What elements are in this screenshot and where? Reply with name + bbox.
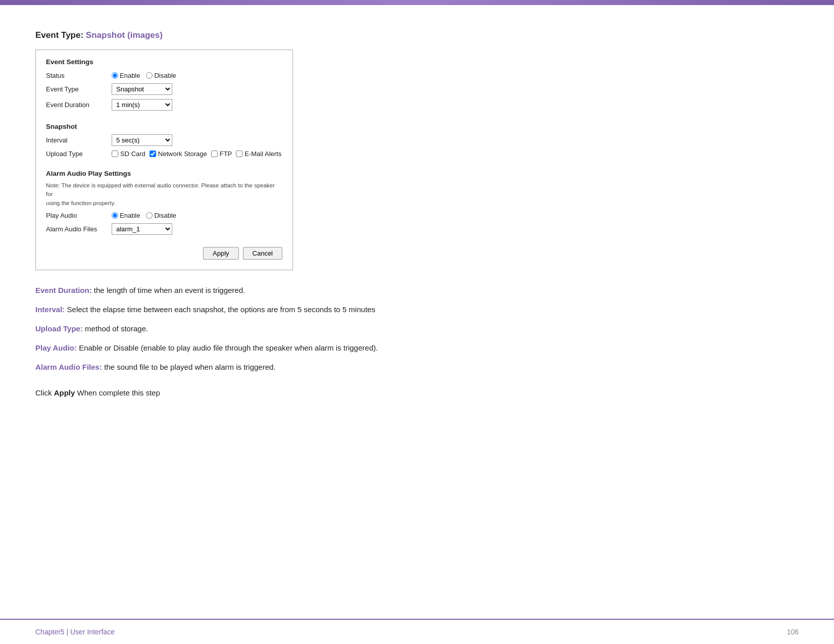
play-audio-label: Play Audio <box>46 212 112 219</box>
sd-card-label[interactable]: SD Card <box>112 150 145 158</box>
snapshot-section-title: Snapshot <box>46 123 282 130</box>
descriptions: Event Duration: the length of time when … <box>35 284 799 296</box>
click-apply-text: Click Apply When complete this step <box>35 388 799 397</box>
page-content: Event Type: Snapshot (images) Event Sett… <box>0 5 834 427</box>
desc-event-duration-text: the length of time when an event is trig… <box>94 286 245 294</box>
desc-upload-type-label: Upload Type: <box>35 324 83 333</box>
alarm-audio-files-label: Alarm Audio Files <box>46 225 112 233</box>
click-apply-bold: Apply <box>54 388 75 397</box>
event-type-heading: Event Type: Snapshot (images) <box>35 30 799 40</box>
desc-interval-text: Select the elapse time between each snap… <box>67 305 375 314</box>
page-footer: Chapter5 | User Interface 106 <box>0 619 834 644</box>
play-audio-enable-radio[interactable] <box>112 212 118 219</box>
upload-type-options: SD Card Network Storage FTP E-Mail Alert… <box>112 150 281 158</box>
play-audio-disable-radio[interactable] <box>146 212 153 219</box>
event-duration-value: 1 min(s) 2 min(s) 5 min(s) <box>112 99 172 111</box>
status-row: Status Enable Disable <box>46 72 282 79</box>
play-audio-row: Play Audio Enable Disable <box>46 212 282 219</box>
event-duration-row: Event Duration 1 min(s) 2 min(s) 5 min(s… <box>46 99 282 111</box>
upload-type-label: Upload Type <box>46 150 112 158</box>
footer-left: Chapter5 | User Interface <box>35 628 115 636</box>
click-apply-suffix: When complete this step <box>75 388 160 397</box>
footer-right: 106 <box>787 628 799 636</box>
interval-row: Interval 5 sec(s) 10 sec(s) 30 sec(s) 1 … <box>46 134 282 146</box>
desc-upload-type: Upload Type: method of storage. <box>35 323 799 335</box>
alarm-note: Note: The device is equipped with extern… <box>46 181 282 208</box>
event-type-row: Event Type Snapshot Video <box>46 83 282 95</box>
network-storage-checkbox[interactable] <box>150 151 156 157</box>
status-enable-radio[interactable] <box>112 72 118 79</box>
status-radio-group: Enable Disable <box>112 72 176 79</box>
desc-interval: Interval: Select the elapse time between… <box>35 304 799 316</box>
top-bar <box>0 0 834 5</box>
email-alerts-label[interactable]: E-Mail Alerts <box>236 150 281 158</box>
status-disable-radio[interactable] <box>146 72 153 79</box>
desc-interval-section: Interval: Select the elapse time between… <box>35 304 799 316</box>
status-enable-label[interactable]: Enable <box>112 72 140 79</box>
alarm-section-title: Alarm Audio Play Settings <box>46 170 282 177</box>
status-label: Status <box>46 72 112 79</box>
event-type-prefix: Event Type: <box>35 30 86 40</box>
desc-play-audio-section: Play Audio: Enable or Disable (enable to… <box>35 342 799 354</box>
desc-interval-label: Interval: <box>35 305 65 314</box>
desc-play-audio-text: Enable or Disable (enable to play audio … <box>79 343 378 352</box>
sd-card-checkbox[interactable] <box>112 151 118 157</box>
click-apply-prefix: Click <box>35 388 54 397</box>
interval-select[interactable]: 5 sec(s) 10 sec(s) 30 sec(s) 1 min(s) 5 … <box>112 134 172 146</box>
event-type-highlight: Snapshot (images) <box>86 30 163 40</box>
interval-value: 5 sec(s) 10 sec(s) 30 sec(s) 1 min(s) 5 … <box>112 134 172 146</box>
desc-play-audio-label: Play Audio: <box>35 343 77 352</box>
desc-event-duration: Event Duration: the length of time when … <box>35 284 799 296</box>
play-audio-enable-label[interactable]: Enable <box>112 212 140 219</box>
upload-type-row: Upload Type SD Card Network Storage FTP … <box>46 150 282 158</box>
settings-box: Event Settings Status Enable Disable Eve… <box>35 49 293 270</box>
desc-alarm-audio-section: Alarm Audio Files: the sound file to be … <box>35 361 799 373</box>
desc-upload-type-text: method of storage. <box>85 324 148 333</box>
button-row: Apply Cancel <box>46 243 282 260</box>
event-type-value: Snapshot Video <box>112 83 172 95</box>
event-type-label: Event Type <box>46 85 112 93</box>
desc-upload-type-section: Upload Type: method of storage. <box>35 323 799 335</box>
status-disable-label[interactable]: Disable <box>146 72 176 79</box>
alarm-audio-files-row: Alarm Audio Files alarm_1 alarm_2 alarm_… <box>46 223 282 235</box>
apply-button[interactable]: Apply <box>203 247 239 260</box>
desc-alarm-audio-label: Alarm Audio Files: <box>35 363 102 371</box>
interval-label: Interval <box>46 136 112 144</box>
settings-box-title: Event Settings <box>46 58 282 66</box>
event-duration-label: Event Duration <box>46 101 112 109</box>
play-audio-radio-group: Enable Disable <box>112 212 176 219</box>
desc-alarm-audio-text: the sound file to be played when alarm i… <box>104 363 275 371</box>
cancel-button[interactable]: Cancel <box>243 247 282 260</box>
event-duration-select[interactable]: 1 min(s) 2 min(s) 5 min(s) <box>112 99 172 111</box>
desc-event-duration-label: Event Duration: <box>35 286 92 294</box>
ftp-label[interactable]: FTP <box>211 150 232 158</box>
desc-play-audio: Play Audio: Enable or Disable (enable to… <box>35 342 799 354</box>
ftp-checkbox[interactable] <box>211 151 218 157</box>
email-alerts-checkbox[interactable] <box>236 151 242 157</box>
alarm-audio-files-select[interactable]: alarm_1 alarm_2 alarm_3 <box>112 223 172 235</box>
event-type-select[interactable]: Snapshot Video <box>112 83 172 95</box>
play-audio-disable-label[interactable]: Disable <box>146 212 176 219</box>
desc-alarm-audio: Alarm Audio Files: the sound file to be … <box>35 361 799 373</box>
alarm-audio-files-value: alarm_1 alarm_2 alarm_3 <box>112 223 172 235</box>
network-storage-label[interactable]: Network Storage <box>150 150 207 158</box>
